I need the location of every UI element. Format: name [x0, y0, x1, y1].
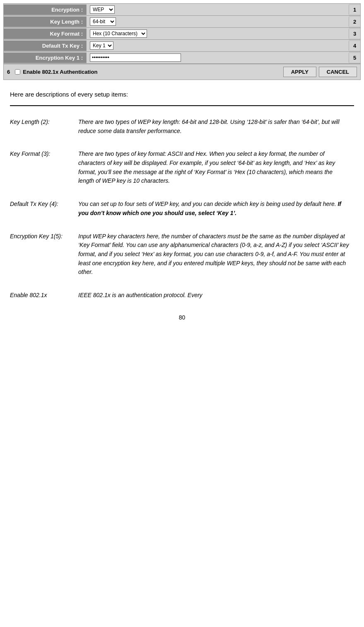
- apply-button[interactable]: APPLY: [283, 67, 316, 77]
- encryption-select[interactable]: WEP WPA WPA2 None: [90, 5, 115, 14]
- encryption-key-input[interactable]: [90, 53, 181, 62]
- encryption-row: Encryption : WEP WPA WPA2 None 1: [4, 4, 360, 16]
- default-tx-key-label: Default Tx Key :: [4, 41, 87, 51]
- term-key-length: Key Length (2):: [10, 114, 74, 145]
- description-table: Key Length (2): There are two types of W…: [10, 114, 354, 310]
- def-default-tx-plain: You can set up to four sets of WEP key, …: [78, 201, 337, 207]
- desc-row-enc-key: Encryption Key 1(5): Input WEP key chara…: [10, 228, 354, 287]
- encryption-key-row: Encryption Key 1 : 5: [4, 52, 360, 64]
- def-8021x: IEEE 802.1x is an authentication protoco…: [74, 287, 354, 310]
- row-number-2: 2: [349, 17, 360, 27]
- enable-8021x-checkbox[interactable]: [15, 69, 20, 75]
- cancel-button[interactable]: CANCEL: [319, 67, 357, 77]
- settings-panel: Encryption : WEP WPA WPA2 None 1 Key Len…: [3, 3, 361, 80]
- row-number-4: 4: [349, 41, 360, 51]
- def-key-length: There are two types of WEP key length: 6…: [74, 114, 354, 145]
- page-number: 80: [10, 310, 354, 329]
- key-length-select[interactable]: 64-bit 128-bit: [90, 17, 116, 26]
- row-number-1: 1: [349, 5, 360, 15]
- row-number-5: 5: [349, 53, 360, 63]
- desc-row-8021x: Enable 802.1x IEEE 802.1x is an authenti…: [10, 287, 354, 310]
- desc-row-key-format: Key Format (3): There are two types of k…: [10, 145, 354, 196]
- term-8021x: Enable 802.1x: [10, 287, 74, 310]
- buttons-group: APPLY CANCEL: [283, 67, 357, 77]
- desc-row-key-length: Key Length (2): There are two types of W…: [10, 114, 354, 145]
- term-default-tx: Default Tx Key (4):: [10, 196, 74, 228]
- encryption-key-control: [87, 52, 349, 63]
- default-tx-key-row: Default Tx Key : Key 1 Key 2 Key 3 Key 4…: [4, 40, 360, 52]
- key-format-row: Key Format : Hex (10 Characters) ASCII (…: [4, 28, 360, 40]
- key-length-label: Key Length :: [4, 17, 87, 27]
- term-key-format: Key Format (3):: [10, 145, 74, 196]
- description-section: Here are descriptions of every setup ite…: [0, 83, 364, 333]
- checkbox-buttons-row: 6 Enable 802.1x Authentication APPLY CAN…: [4, 64, 360, 80]
- def-enc-key: Input WEP key characters here, the numbe…: [74, 228, 354, 287]
- desc-row-default-tx: Default Tx Key (4): You can set up to fo…: [10, 196, 354, 228]
- divider: [10, 105, 354, 106]
- desc-intro: Here are descriptions of every setup ite…: [10, 91, 354, 98]
- key-format-select[interactable]: Hex (10 Characters) ASCII (5 Characters): [90, 29, 147, 38]
- key-length-row: Key Length : 64-bit 128-bit 2: [4, 16, 360, 28]
- encryption-label: Encryption :: [4, 5, 87, 15]
- default-tx-key-select[interactable]: Key 1 Key 2 Key 3 Key 4: [90, 41, 113, 50]
- checkbox-group: 6 Enable 802.1x Authentication: [7, 69, 97, 75]
- def-default-tx: You can set up to four sets of WEP key, …: [74, 196, 354, 228]
- encryption-key-label: Encryption Key 1 :: [4, 53, 87, 63]
- def-key-format: There are two types of key format: ASCII…: [74, 145, 354, 196]
- row-number-3: 3: [349, 29, 360, 39]
- encryption-control: WEP WPA WPA2 None: [87, 4, 349, 15]
- key-length-control: 64-bit 128-bit: [87, 16, 349, 27]
- term-enc-key: Encryption Key 1(5):: [10, 228, 74, 287]
- key-format-control: Hex (10 Characters) ASCII (5 Characters): [87, 28, 349, 39]
- default-tx-key-control: Key 1 Key 2 Key 3 Key 4: [87, 40, 349, 51]
- checkbox-number: 6: [7, 69, 10, 75]
- key-format-label: Key Format :: [4, 29, 87, 39]
- enable-8021x-label: Enable 802.1x Authentication: [23, 69, 97, 75]
